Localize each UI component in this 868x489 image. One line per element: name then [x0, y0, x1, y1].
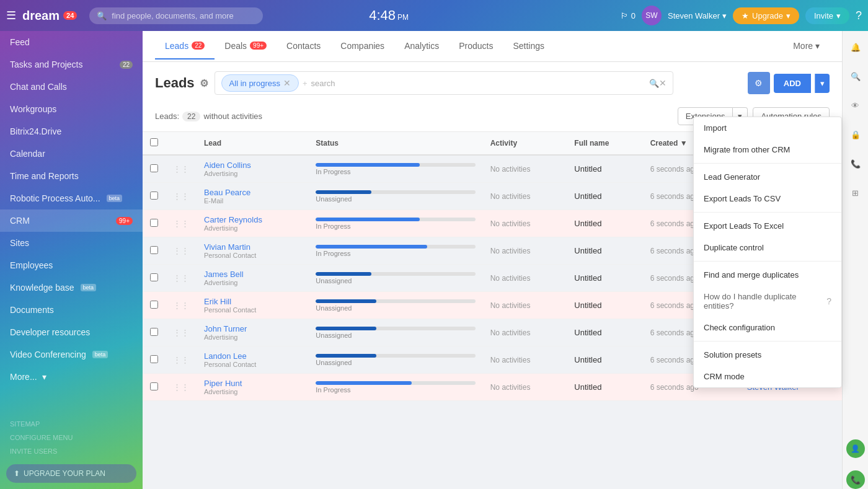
lead-name-4[interactable]: James Bell [204, 270, 301, 279]
dropdown-item-lead-generator[interactable]: Lead Generator [694, 166, 841, 188]
invite-users-link[interactable]: INVITE USERS [0, 444, 143, 458]
lead-name-8[interactable]: Piper Hunt [204, 379, 301, 388]
dropdown-item-import[interactable]: Import [694, 117, 841, 139]
logo-num: 24 [63, 11, 77, 20]
right-grid-icon[interactable]: ⊞ [846, 183, 866, 203]
sidebar-item-bitrix-drive[interactable]: Bitrix24.Drive [0, 120, 143, 143]
tab-settings[interactable]: Settings [503, 33, 554, 59]
tab-contacts[interactable]: Contacts [277, 33, 330, 59]
status-text-6: Unassigned [316, 332, 475, 339]
right-green-phone[interactable]: 📞 [846, 470, 865, 489]
dropdown-item-find-merge[interactable]: Find and merge duplicates [694, 264, 841, 286]
sidebar-item-feed[interactable]: Feed [0, 31, 143, 53]
help-button[interactable]: ? [856, 9, 862, 22]
status-text-7: Unassigned [316, 359, 475, 366]
row-checkbox-0[interactable] [150, 164, 158, 172]
row-checkbox-5[interactable] [150, 301, 158, 309]
th-activity[interactable]: Activity [483, 132, 567, 155]
sidebar-item-knowledge-base[interactable]: Knowledge base beta [0, 276, 143, 299]
dropdown-item-migrate[interactable]: Migrate from other CRM [694, 139, 841, 161]
row-checkbox-3[interactable] [150, 246, 158, 254]
leads-add-dropdown[interactable]: ▾ [815, 74, 830, 93]
leads-add-button[interactable]: ADD [774, 74, 811, 93]
filter-tag-close[interactable]: ✕ [283, 78, 291, 88]
sidebar-item-video-conferencing[interactable]: Video Conferencing beta [0, 343, 143, 366]
right-green-avatar[interactable]: 👤 [846, 439, 865, 458]
row-checkbox-8[interactable] [150, 382, 158, 390]
user-name[interactable]: Steven Walker ▾ [668, 11, 727, 20]
row-checkbox-7[interactable] [150, 355, 158, 363]
gear-icon: ⚙ [755, 78, 763, 88]
dropdown-item-how-handle[interactable]: How do I handle duplicate entities? ? [694, 286, 841, 317]
lead-source-6: Advertising [204, 333, 301, 341]
lead-name-7[interactable]: Landon Lee [204, 351, 301, 361]
tab-leads[interactable]: Leads 22 [155, 33, 215, 59]
lead-name-2[interactable]: Carter Reynolds [204, 215, 301, 224]
status-bar-8: In Progress [316, 381, 475, 394]
full-name-3: Untitled [574, 246, 601, 255]
notification-icon[interactable]: 🔔 [846, 37, 866, 57]
sidebar-item-crm[interactable]: CRM 99+ [0, 209, 143, 232]
clock-time: 4:48 [369, 7, 396, 24]
configure-menu-link[interactable]: CONFIGURE MENU [0, 431, 143, 444]
leads-gear-button[interactable]: ⚙ [748, 72, 770, 94]
sidebar-item-tasks[interactable]: Tasks and Projects 22 [0, 53, 143, 76]
tab-analytics[interactable]: Analytics [394, 33, 449, 59]
dropdown-item-check-config[interactable]: Check configuration [694, 317, 841, 338]
robotic-label: Robotic Process Auto... [10, 193, 100, 203]
tab-companies[interactable]: Companies [330, 33, 394, 59]
tab-more[interactable]: More ▾ [783, 33, 830, 59]
row-checkbox-6[interactable] [150, 328, 158, 336]
hamburger-icon[interactable]: ☰ [6, 9, 16, 22]
dropdown-item-crm-mode[interactable]: CRM mode [694, 366, 841, 387]
lead-name-1[interactable]: Beau Pearce [204, 188, 301, 197]
row-checkbox-2[interactable] [150, 219, 158, 227]
sidebar-item-developer-resources[interactable]: Developer resources [0, 321, 143, 343]
tab-settings-label: Settings [513, 41, 544, 51]
upgrade-plan-button[interactable]: ⬆ UPGRADE YOUR PLAN [6, 464, 136, 483]
th-fullname[interactable]: Full name [567, 132, 642, 155]
sidebar-item-sites[interactable]: Sites [0, 232, 143, 254]
sidebar-item-robotic-process[interactable]: Robotic Process Auto... beta [0, 187, 143, 209]
invite-button[interactable]: Invite ▾ [805, 7, 849, 24]
flag-button[interactable]: 🏳 0 [621, 11, 636, 20]
right-lock-icon[interactable]: 🔒 [846, 125, 866, 144]
lead-name-3[interactable]: Vivian Martin [204, 242, 301, 252]
row-checkbox-1[interactable] [150, 192, 158, 200]
filter-search-icon[interactable]: 🔍 [649, 79, 659, 88]
dropdown-item-export-csv[interactable]: Export Leads To CSV [694, 188, 841, 209]
right-phone-icon[interactable]: 📞 [846, 154, 866, 174]
th-status[interactable]: Status [308, 132, 482, 155]
sidebar-item-employees[interactable]: Employees [0, 254, 143, 276]
right-eye-icon[interactable]: 👁 [846, 95, 866, 115]
sidebar-item-documents[interactable]: Documents [0, 299, 143, 321]
crm-label: CRM [10, 216, 30, 226]
lead-name-6[interactable]: John Turner [204, 324, 301, 333]
leads-search-input[interactable] [311, 79, 649, 88]
dropdown-item-duplicate-control[interactable]: Duplicate control [694, 237, 841, 258]
filter-tag[interactable]: All in progress ✕ [221, 74, 299, 92]
right-search-icon[interactable]: 🔍 [846, 66, 866, 86]
sitemap-link[interactable]: SITEMAP [0, 417, 143, 431]
upgrade-button[interactable]: ★ Upgrade ▾ [733, 7, 799, 24]
lead-name-0[interactable]: Aiden Collins [204, 161, 301, 170]
lead-name-5[interactable]: Erik Hill [204, 297, 301, 306]
dropdown-item-solution-presets[interactable]: Solution presets [694, 344, 841, 366]
dropdown-item-export-excel[interactable]: Export Leads To Excel [694, 215, 841, 237]
sidebar-item-time-reports[interactable]: Time and Reports [0, 165, 143, 187]
sidebar-item-more[interactable]: More... ▾ [0, 366, 143, 388]
th-lead[interactable]: Lead [197, 132, 308, 155]
lead-source-0: Advertising [204, 170, 301, 177]
tab-deals[interactable]: Deals 99+ [215, 33, 277, 59]
row-checkbox-4[interactable] [150, 273, 158, 281]
global-search[interactable]: 🔍 [89, 7, 263, 24]
status-text-3: In Progress [316, 250, 475, 257]
filter-close-icon[interactable]: ✕ [659, 78, 666, 88]
upgrade-chevron: ▾ [786, 11, 790, 20]
sidebar-item-calendar[interactable]: Calendar [0, 143, 143, 165]
sidebar-item-workgroups[interactable]: Workgroups [0, 98, 143, 120]
sidebar-item-chat[interactable]: Chat and Calls [0, 76, 143, 98]
tab-products[interactable]: Products [449, 33, 503, 59]
search-input[interactable] [112, 11, 236, 20]
select-all-checkbox[interactable] [150, 138, 158, 146]
